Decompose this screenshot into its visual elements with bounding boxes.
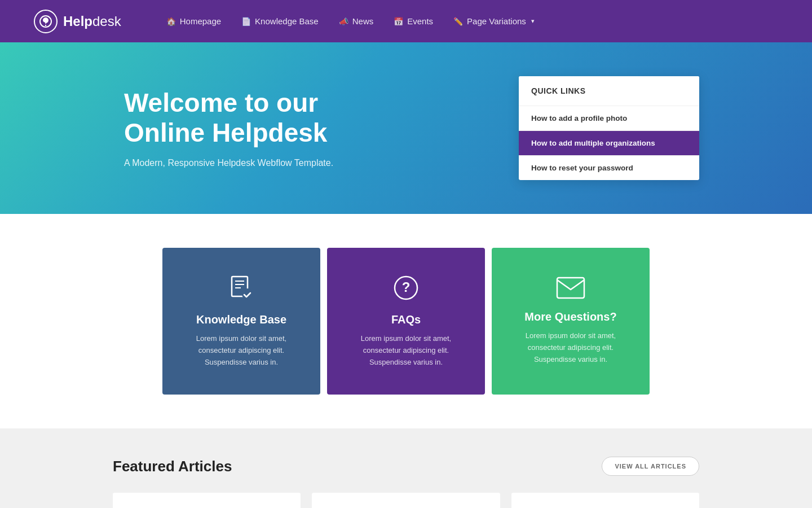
hero-section: Welcome to our Online Helpdesk A Modern,…	[0, 42, 812, 214]
cards-section: Knowledge Base Lorem ipsum dolor sit ame…	[0, 214, 812, 428]
svg-point-6	[242, 288, 253, 300]
site-header: Helpdesk 🏠 Homepage 📄 Knowledge Base 📣 N…	[0, 0, 812, 42]
article-card-2[interactable]	[511, 493, 699, 508]
card-kb-title: Knowledge Base	[196, 313, 286, 326]
svg-text:?: ?	[402, 279, 411, 295]
logo[interactable]: Helpdesk	[34, 10, 121, 33]
view-all-articles-button[interactable]: VIEW ALL ARTICLES	[602, 457, 699, 476]
featured-section: Featured Articles VIEW ALL ARTICLES	[0, 428, 812, 508]
home-icon: 🏠	[166, 17, 176, 26]
nav-homepage[interactable]: 🏠 Homepage	[166, 16, 221, 26]
hero-content: Welcome to our Online Helpdesk A Modern,…	[124, 88, 485, 168]
hero-subtitle: A Modern, Responsive Helpdesk Webflow Te…	[124, 158, 485, 168]
article-card-0[interactable]	[113, 493, 301, 508]
articles-row	[113, 493, 699, 508]
featured-title: Featured Articles	[113, 458, 232, 475]
card-knowledge-base[interactable]: Knowledge Base Lorem ipsum dolor sit ame…	[162, 248, 320, 395]
card-more-questions[interactable]: More Questions? Lorem ipsum dolor sit am…	[492, 248, 650, 395]
news-icon: 📣	[339, 17, 348, 26]
card-faq-desc: Lorem ipsum dolor sit amet, consectetur …	[344, 333, 468, 368]
calendar-icon: 📅	[394, 17, 403, 26]
quick-links-header: QUICK LINKS	[519, 76, 699, 106]
quick-link-item-1[interactable]: How to add multiple organizations	[519, 131, 699, 156]
featured-header: Featured Articles VIEW ALL ARTICLES	[113, 457, 699, 476]
card-kb-desc: Lorem ipsum dolor sit amet, consectetur …	[179, 333, 303, 368]
card-faq-title: FAQs	[391, 313, 421, 326]
kb-icon-wrap	[227, 274, 255, 304]
chevron-down-icon: ▾	[531, 17, 535, 25]
pen-icon: ✏️	[453, 17, 463, 26]
quick-link-item-0[interactable]: How to add a profile photo	[519, 106, 699, 131]
quick-links-card: QUICK LINKS How to add a profile photo H…	[519, 76, 699, 180]
nav-page-variations[interactable]: ✏️ Page Variations ▾	[453, 16, 535, 26]
card-faqs[interactable]: ? FAQs Lorem ipsum dolor sit amet, conse…	[327, 248, 485, 395]
nav-knowledge-base[interactable]: 📄 Knowledge Base	[241, 16, 319, 26]
svg-rect-9	[557, 278, 584, 298]
faq-icon-wrap: ?	[392, 274, 420, 304]
mail-icon-wrap	[556, 277, 585, 301]
book-icon: 📄	[241, 17, 251, 26]
logo-icon	[34, 10, 58, 33]
card-contact-title: More Questions?	[524, 310, 616, 323]
nav-news[interactable]: 📣 News	[339, 16, 374, 26]
hero-title: Welcome to our Online Helpdesk	[124, 88, 485, 148]
main-nav: 🏠 Homepage 📄 Knowledge Base 📣 News 📅 Eve…	[166, 16, 535, 26]
nav-events[interactable]: 📅 Events	[394, 16, 433, 26]
logo-text: Helpdesk	[63, 14, 121, 29]
card-contact-desc: Lorem ipsum dolor sit amet, consectetur …	[509, 330, 633, 365]
quick-link-item-2[interactable]: How to reset your password	[519, 156, 699, 180]
svg-point-1	[45, 24, 46, 25]
article-card-1[interactable]	[312, 493, 500, 508]
